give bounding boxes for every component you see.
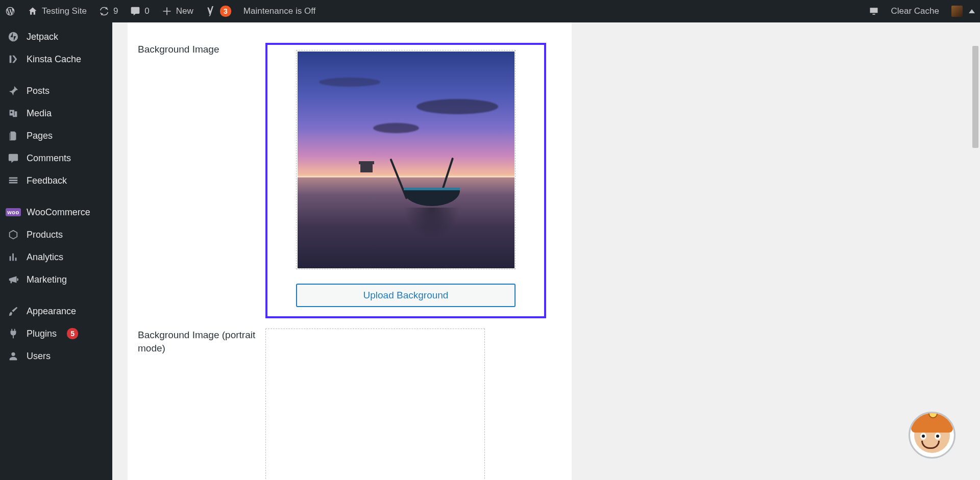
yoast-icon [206,6,216,16]
scrollbar-thumb[interactable] [972,46,978,148]
sidebar-item-label: Media [27,108,52,119]
sidebar-item-label: Products [27,230,63,240]
yoast-badge: 3 [220,6,231,17]
sidebar-item-analytics[interactable]: Analytics [0,246,112,268]
background-image-label: Background Image [138,43,265,56]
kinsta-icon [7,53,19,65]
home-icon [28,6,38,16]
clear-cache-link[interactable]: Clear Cache [891,0,940,22]
sidebar-item-plugins[interactable]: Plugins 5 [0,322,112,345]
sidebar-item-feedback[interactable]: Feedback [0,169,112,192]
comments-link[interactable]: 0 [130,0,149,22]
sidebar-item-users[interactable]: Users [0,345,112,367]
pin-icon [7,85,19,97]
box-icon [7,229,19,241]
media-icon [7,107,19,119]
background-image-portrait-field: Background Image (portrait mode) [128,318,572,480]
background-image-preview[interactable] [296,50,516,269]
wp-logo[interactable] [5,0,15,22]
wordpress-icon [5,6,15,16]
sidebar-item-comments[interactable]: Comments [0,147,112,169]
upload-background-button[interactable]: Upload Background [296,284,516,307]
background-image-highlight: Upload Background [265,43,546,318]
comment-icon [7,152,19,164]
help-assistant-button[interactable] [909,412,955,459]
content-area: Background Image [112,22,980,480]
updates-icon [99,6,109,16]
yoast-link[interactable]: 3 [206,0,231,22]
pages-icon [7,130,19,142]
woocommerce-icon: woo [7,206,19,218]
updates-count: 9 [113,6,118,16]
sidebar-item-label: Comments [27,153,71,164]
sidebar-item-marketing[interactable]: Marketing [0,268,112,291]
sidebar-item-label: Marketing [27,274,67,285]
sidebar-item-label: Plugins [27,329,57,339]
sidebar-item-label: Users [27,351,51,362]
maintenance-label: Maintenance is Off [243,6,315,16]
new-content-link[interactable]: New [162,0,193,22]
jetpack-icon [7,31,19,43]
plug-icon [7,327,19,340]
background-image-field: Background Image [128,33,572,318]
site-name: Testing Site [42,6,87,16]
miner-avatar-icon [914,417,950,453]
sidebar-item-label: WooCommerce [27,207,90,218]
clear-cache-label: Clear Cache [891,6,940,16]
sidebar-item-products[interactable]: Products [0,223,112,246]
sidebar-item-pages[interactable]: Pages [0,124,112,147]
updates-link[interactable]: 9 [99,0,118,22]
sidebar-item-label: Kinsta Cache [27,54,81,65]
scrollbar[interactable] [971,22,980,480]
background-image-portrait-label: Background Image (portrait mode) [138,329,265,355]
user-icon [7,350,19,362]
sidebar-item-kinsta-cache[interactable]: Kinsta Cache [0,48,112,70]
comments-count: 0 [144,6,149,16]
plugins-update-badge: 5 [67,328,78,339]
sidebar-item-label: Appearance [27,306,76,317]
sidebar-item-label: Pages [27,131,53,141]
sidebar-item-woocommerce[interactable]: woo WooCommerce [0,201,112,223]
comment-icon [130,6,140,16]
new-label: New [176,6,193,16]
sidebar-item-posts[interactable]: Posts [0,80,112,102]
notifications-link[interactable] [869,0,879,22]
sidebar-item-appearance[interactable]: Appearance [0,300,112,322]
user-avatar-icon [951,6,963,17]
sidebar-item-media[interactable]: Media [0,102,112,124]
background-image-thumbnail [298,52,514,268]
sidebar-item-label: Feedback [27,175,67,186]
admin-sidebar: Jetpack Kinsta Cache Posts Media Pages C… [0,22,112,480]
screen-icon [869,6,879,16]
account-menu[interactable] [951,0,975,22]
svg-point-0 [9,32,18,41]
svg-point-1 [11,111,13,113]
sidebar-item-label: Posts [27,86,50,96]
sidebar-item-label: Analytics [27,252,63,263]
sidebar-item-label: Jetpack [27,32,58,42]
feedback-icon [7,174,19,187]
maintenance-link[interactable]: Maintenance is Off [243,0,315,22]
background-image-portrait-preview[interactable] [265,329,485,480]
plus-icon [162,6,172,16]
site-name-link[interactable]: Testing Site [28,0,87,22]
brush-icon [7,305,19,317]
sidebar-item-jetpack[interactable]: Jetpack [0,26,112,48]
dropdown-caret-icon [969,9,975,13]
settings-panel: Background Image [128,22,572,480]
analytics-icon [7,251,19,263]
admin-bar: Testing Site 9 0 New 3 Maint [0,0,980,22]
megaphone-icon [7,273,19,286]
